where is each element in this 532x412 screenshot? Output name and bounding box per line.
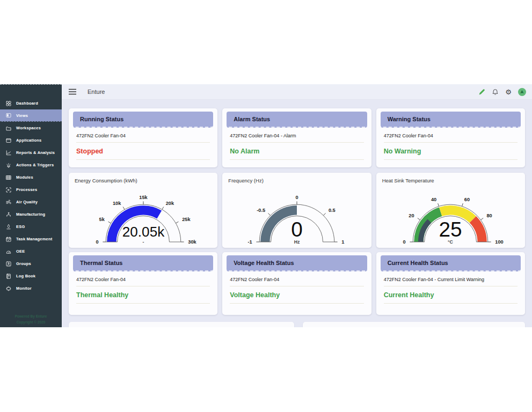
sidebar-item-groups[interactable]: Groups: [0, 258, 62, 270]
status-value: No Alarm: [230, 148, 363, 155]
status-card-title: Running Status: [80, 116, 123, 122]
sidebar-item-label: Log Book: [16, 274, 35, 278]
sidebar-item-label: Dashboard: [16, 101, 38, 106]
powered-by-text: Powered By Enture: [0, 313, 62, 319]
svg-text:40: 40: [431, 197, 436, 202]
status-card-subtitle: 472FN2 Cooler Fan-04 - Current Limit War…: [384, 277, 518, 282]
svg-text:100: 100: [495, 239, 504, 245]
app-title: Enture: [88, 89, 105, 95]
partial-card: [303, 322, 525, 327]
gauge-title: Frequency (Hz): [222, 178, 371, 183]
svg-text:15k: 15k: [139, 195, 148, 200]
sidebar-item-air-quality[interactable]: Air Quality: [0, 196, 62, 208]
divider: [230, 142, 363, 143]
divider: [76, 303, 210, 304]
status-card-subtitle: 472FN2 Cooler Fan-04: [76, 277, 210, 282]
copyright-text: Copyright © 2020: [0, 319, 62, 325]
status-card-subtitle: 472FN2 Cooler Fan-04: [230, 277, 363, 282]
hamburger-icon: [68, 89, 77, 95]
air-quality-icon: [6, 200, 11, 205]
status-card-header: Alarm Status: [227, 112, 367, 128]
gauge-card-heat-sink-temperature: Heat Sink Temperature02040608010025°C: [376, 173, 525, 248]
sidebar-item-esg[interactable]: ESG: [0, 220, 62, 233]
sidebar-item-label: Actions & Triggers: [16, 163, 54, 167]
divider: [384, 142, 518, 143]
screen: DashboardViewsWorkspacesApplicationsRepo…: [0, 0, 532, 412]
svg-text:1: 1: [341, 239, 344, 245]
sidebar-item-monitor[interactable]: Monitor: [0, 282, 62, 295]
settings-button[interactable]: ⚙: [505, 88, 512, 95]
gauge-chart: 02040608010025°C: [383, 185, 518, 247]
svg-text:25: 25: [439, 218, 462, 241]
status-card-voltage-health-status: Voltage Health Status472FN2 Cooler Fan-0…: [222, 252, 371, 315]
status-row-top: Running Status472FN2 Cooler Fan-04Stoppe…: [69, 108, 525, 167]
sidebar-item-label: Views: [16, 113, 28, 118]
status-card-title: Warning Status: [388, 116, 431, 122]
svg-text:60: 60: [464, 197, 470, 202]
status-card-header: Warning Status: [381, 112, 521, 128]
svg-text:0.5: 0.5: [329, 208, 336, 213]
status-card-title: Current Health Status: [388, 260, 448, 266]
sidebar-item-oee[interactable]: OEE: [0, 245, 62, 258]
svg-text:80: 80: [487, 213, 492, 218]
svg-text:10k: 10k: [113, 201, 121, 206]
divider: [384, 303, 518, 304]
svg-text:Hz: Hz: [294, 239, 300, 245]
sidebar-item-applications[interactable]: Applications: [0, 134, 62, 146]
divider: [384, 159, 518, 160]
esg-icon: [6, 224, 11, 230]
notifications-button[interactable]: [491, 88, 499, 95]
status-card-thermal-status: Thermal Status472FN2 Cooler Fan-04Therma…: [69, 252, 217, 315]
modules-icon: [6, 175, 11, 180]
svg-text:20k: 20k: [165, 201, 174, 206]
svg-text:0: 0: [403, 239, 406, 245]
divider: [384, 286, 518, 286]
workspaces-icon: [6, 126, 11, 131]
sidebar-item-label: Modules: [16, 175, 33, 180]
next-row-partial: [69, 322, 525, 327]
sidebar-item-log-book[interactable]: Log Book: [0, 270, 62, 282]
status-value: Stopped: [76, 148, 210, 155]
gauge-card-frequency-hz: Frequency (Hz)-1-0.500.510Hz: [222, 173, 371, 248]
sidebar-item-manufacturing[interactable]: Manufacturing: [0, 208, 62, 220]
edit-button[interactable]: [478, 88, 485, 95]
sidebar-item-workspaces[interactable]: Workspaces: [0, 122, 62, 134]
sidebar-item-views[interactable]: Views: [0, 109, 62, 122]
sidebar-item-label: ESG: [16, 224, 25, 229]
applications-icon: [6, 138, 11, 143]
sidebar-item-actions-triggers[interactable]: Actions & Triggers: [0, 159, 62, 171]
status-card-title: Thermal Status: [80, 260, 122, 266]
groups-icon: [6, 261, 11, 267]
sidebar-item-processes[interactable]: Processes: [0, 183, 62, 196]
sidebar-item-dashboard[interactable]: Dashboard: [0, 97, 62, 109]
svg-text:20.05k: 20.05k: [122, 224, 164, 240]
svg-text:-1: -1: [247, 239, 252, 245]
actions-icon: [6, 163, 11, 168]
sidebar-item-label: Air Quality: [16, 200, 38, 204]
status-card-current-health-status: Current Health Status472FN2 Cooler Fan-0…: [376, 252, 525, 315]
pencil-icon: [478, 89, 485, 95]
divider: [76, 159, 210, 160]
svg-text:0: 0: [291, 218, 303, 241]
status-row-bottom: Thermal Status472FN2 Cooler Fan-04Therma…: [69, 252, 525, 315]
user-avatar[interactable]: A: [518, 88, 526, 96]
status-card-subtitle: 472FN2 Cooler Fan-04 - Alarm: [230, 133, 363, 138]
menu-toggle-button[interactable]: [68, 89, 77, 95]
sidebar-item-reports-analysis[interactable]: Reports & Analysis: [0, 146, 62, 159]
sidebar-item-modules[interactable]: Modules: [0, 171, 62, 183]
sidebar-item-task-management[interactable]: Task Management: [0, 233, 62, 245]
processes-icon: [6, 187, 11, 193]
topbar: Enture ⚙ A: [62, 84, 532, 100]
status-card-subtitle: 472FN2 Cooler Fan-04: [384, 133, 518, 138]
sidebar-item-label: Groups: [16, 261, 31, 266]
status-card-header: Current Health Status: [381, 255, 521, 271]
svg-text:0: 0: [295, 195, 298, 200]
gauges-row: Energy Consumption (kWh)05k10k15k20k25k3…: [69, 173, 525, 248]
svg-text:20: 20: [409, 213, 414, 218]
gauge-chart: -1-0.500.510Hz: [229, 185, 365, 247]
gauge-chart: 05k10k15k20k25k30k20.05k-: [76, 185, 211, 247]
svg-text:30k: 30k: [188, 239, 196, 245]
status-value: Current Healthy: [384, 291, 518, 299]
reports-icon: [6, 150, 11, 156]
sidebar-item-label: Applications: [16, 138, 41, 143]
